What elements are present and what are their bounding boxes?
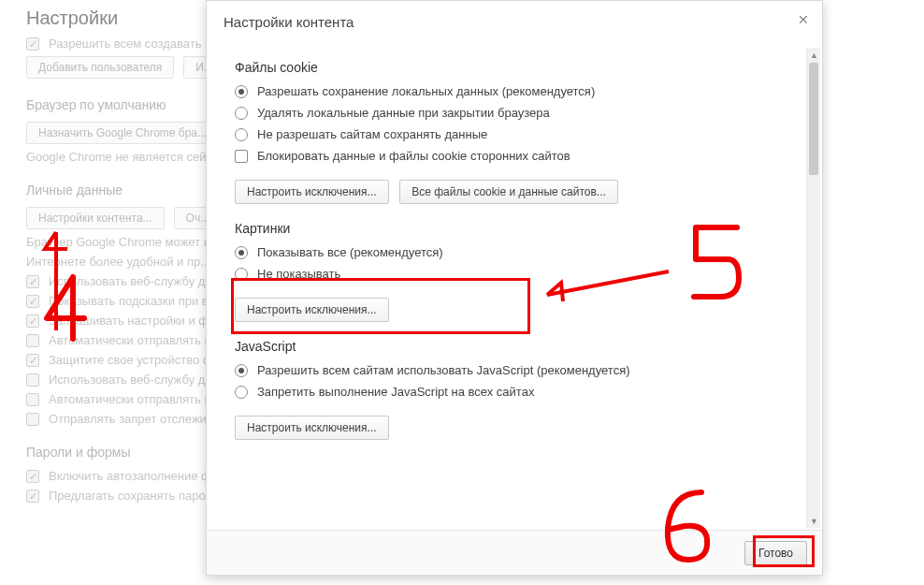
privacy-opt: Отправлять запрет отслежи... bbox=[49, 412, 217, 426]
add-user-button[interactable]: Добавить пользователя bbox=[26, 56, 174, 79]
cookies-block-third-party-option[interactable]: Блокировать данные и файлы cookie сторон… bbox=[235, 149, 794, 163]
images-show-all-option[interactable]: Показывать все (рекомендуется) bbox=[235, 245, 794, 259]
radio-icon bbox=[235, 85, 248, 98]
radio-icon bbox=[235, 246, 248, 259]
cookies-heading: Файлы cookie bbox=[235, 60, 794, 75]
passwords-opt: Включить автозаполнение ф... bbox=[49, 469, 222, 483]
privacy-opt: Защитите свое устройство о... bbox=[49, 353, 220, 367]
checkbox-icon bbox=[26, 275, 39, 288]
checkbox-icon bbox=[235, 150, 248, 163]
checkbox-icon bbox=[26, 470, 39, 483]
images-dont-show-option[interactable]: Не показывать bbox=[235, 267, 794, 281]
set-default-browser-button[interactable]: Назначить Google Chrome бра... bbox=[26, 122, 219, 144]
cookies-delete-label: Удалять локальные данные при закрытии бр… bbox=[257, 106, 550, 120]
privacy-opt: Автоматически отправлять в... bbox=[49, 392, 221, 406]
checkbox-icon bbox=[26, 373, 39, 387]
images-show-all-label: Показывать все (рекомендуется) bbox=[257, 245, 443, 259]
radio-icon bbox=[235, 364, 248, 377]
radio-icon bbox=[235, 268, 248, 281]
checkbox-icon bbox=[26, 314, 39, 328]
checkbox-icon bbox=[26, 393, 39, 406]
images-exceptions-button[interactable]: Настроить исключения... bbox=[235, 298, 389, 322]
done-button[interactable]: Готово bbox=[744, 541, 807, 565]
privacy-opt: Использовать веб-службу дл... bbox=[49, 274, 223, 288]
cookies-block-label: Не разрешать сайтам сохранять данные bbox=[257, 127, 487, 141]
all-cookies-button[interactable]: Все файлы cookie и данные сайтов... bbox=[399, 180, 618, 204]
js-block-option[interactable]: Запретить выполнение JavaScript на всех … bbox=[235, 385, 794, 399]
privacy-desc-2: Интернете более удобной и пр... bbox=[26, 255, 210, 269]
privacy-opt: Автоматически отправлять в... bbox=[49, 333, 221, 347]
javascript-heading: JavaScript bbox=[235, 339, 794, 354]
radio-icon bbox=[235, 128, 248, 141]
checkbox-icon bbox=[26, 37, 39, 51]
privacy-opt: Показывать подсказки при в... bbox=[49, 294, 219, 308]
cookies-allow-label: Разрешать сохранение локальных данных (р… bbox=[257, 84, 595, 98]
checkbox-icon bbox=[26, 490, 39, 503]
images-dont-show-label: Не показывать bbox=[257, 267, 340, 281]
radio-icon bbox=[235, 386, 248, 399]
images-heading: Картинки bbox=[235, 221, 794, 236]
cookies-exceptions-button[interactable]: Настроить исключения... bbox=[235, 180, 389, 204]
checkbox-icon bbox=[26, 413, 39, 426]
close-icon[interactable]: ✕ bbox=[798, 12, 809, 27]
scroll-thumb[interactable] bbox=[809, 63, 818, 175]
cookies-allow-option[interactable]: Разрешать сохранение локальных данных (р… bbox=[235, 84, 794, 98]
cookies-delete-on-close-option[interactable]: Удалять локальные данные при закрытии бр… bbox=[235, 106, 794, 120]
checkbox-icon bbox=[26, 295, 39, 308]
content-settings-dialog: Настройки контента ✕ Файлы cookie Разреш… bbox=[206, 0, 823, 576]
scroll-up-icon[interactable]: ▲ bbox=[807, 48, 821, 62]
privacy-opt: Использовать веб-службу дл... bbox=[49, 373, 223, 387]
default-browser-status: Google Chrome не является сей... bbox=[26, 150, 216, 164]
checkbox-icon bbox=[26, 354, 39, 367]
privacy-desc-1: Браузер Google Chrome может и... bbox=[26, 235, 221, 249]
privacy-opt: Запрашивать настройки и фа... bbox=[49, 314, 225, 328]
js-exceptions-button[interactable]: Настроить исключения... bbox=[235, 416, 389, 440]
js-allow-option[interactable]: Разрешить всем сайтам использовать JavaS… bbox=[235, 363, 794, 377]
cookies-block-third-label: Блокировать данные и файлы cookie сторон… bbox=[257, 149, 570, 163]
cookies-block-option[interactable]: Не разрешать сайтам сохранять данные bbox=[235, 127, 794, 141]
radio-icon bbox=[235, 107, 248, 120]
js-block-label: Запретить выполнение JavaScript на всех … bbox=[257, 385, 534, 399]
dialog-title: Настройки контента bbox=[207, 1, 822, 39]
scrollbar[interactable]: ▲ ▼ bbox=[806, 48, 820, 528]
checkbox-icon bbox=[26, 334, 39, 347]
bg-allow-all-label: Разрешить всем создавать п... bbox=[49, 37, 222, 51]
content-settings-button[interactable]: Настройки контента... bbox=[26, 207, 165, 229]
js-allow-label: Разрешить всем сайтам использовать JavaS… bbox=[257, 363, 630, 377]
scroll-down-icon[interactable]: ▼ bbox=[807, 514, 821, 528]
